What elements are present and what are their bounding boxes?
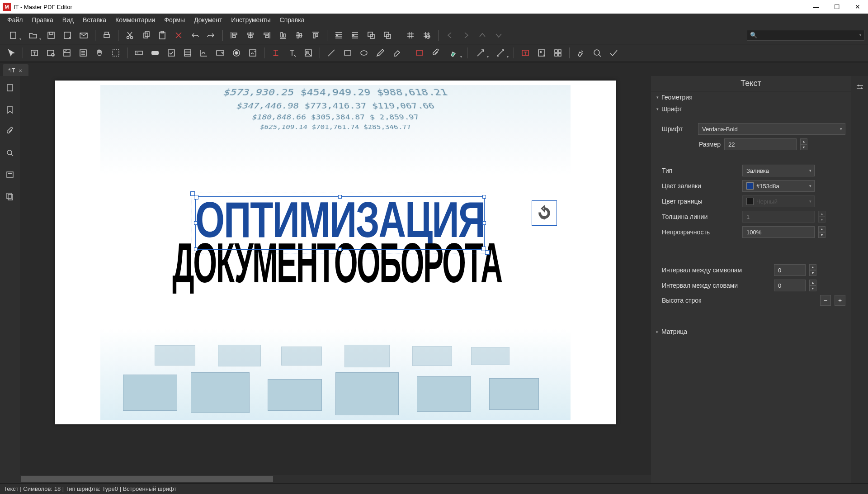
edit-text-tool-icon[interactable] — [27, 46, 42, 60]
zoom-tool-icon[interactable] — [590, 46, 605, 60]
paste-button[interactable] — [155, 28, 170, 43]
close-button[interactable]: ✕ — [847, 0, 868, 14]
highlighter-icon[interactable] — [444, 46, 463, 60]
menu-forms[interactable]: Формы — [160, 14, 189, 25]
measure-icon[interactable] — [491, 46, 510, 60]
marker-icon[interactable] — [573, 46, 589, 60]
line-annot-icon[interactable] — [324, 46, 339, 60]
check-icon[interactable] — [606, 46, 621, 60]
align-right-icon[interactable] — [259, 28, 274, 43]
menu-edit[interactable]: Правка — [27, 14, 57, 25]
size-spinner[interactable]: ▲▼ — [800, 138, 807, 150]
send-back-icon[interactable] — [380, 28, 395, 43]
combobox-form-icon[interactable] — [212, 46, 228, 60]
checkbox-form-icon[interactable] — [164, 46, 179, 60]
charspace-input[interactable]: 0 — [774, 264, 806, 276]
eraser-annot-icon[interactable] — [389, 46, 404, 60]
pdf-page[interactable]: $573,930.25 $454,949.29 $988,618.21 $347… — [55, 81, 616, 424]
up-icon[interactable] — [475, 28, 490, 43]
stamp-icon[interactable] — [534, 46, 549, 60]
maximize-button[interactable]: ☐ — [826, 0, 847, 14]
prev-page-icon[interactable] — [442, 28, 458, 43]
button-form-icon[interactable] — [147, 46, 163, 60]
lineheight-minus-button[interactable]: − — [820, 295, 831, 306]
wordspace-spinner[interactable]: ▲▼ — [809, 280, 816, 291]
thumbnails-icon[interactable] — [3, 81, 17, 95]
section-geometry[interactable]: Геометрия — [651, 91, 851, 103]
hand-tool-icon[interactable] — [92, 46, 107, 60]
font-select[interactable]: Verdana-Bold — [698, 123, 845, 135]
textfield-form-icon[interactable] — [131, 46, 146, 60]
menu-help[interactable]: Справка — [275, 14, 309, 25]
bring-front-icon[interactable] — [363, 28, 379, 43]
horizontal-scrollbar[interactable] — [20, 475, 651, 483]
opacity-spinner[interactable]: ▲▼ — [818, 226, 826, 238]
open-file-button[interactable] — [24, 28, 42, 43]
next-page-icon[interactable] — [458, 28, 474, 43]
align-center-v-icon[interactable] — [292, 28, 307, 43]
rect-highlight-icon[interactable] — [412, 46, 427, 60]
fillcolor-select[interactable]: #153d8a — [742, 180, 815, 192]
pointer-tool-icon[interactable] — [4, 46, 19, 60]
minimize-button[interactable]: — — [806, 0, 826, 14]
layers-icon[interactable] — [3, 189, 17, 204]
delete-button[interactable] — [171, 28, 186, 43]
menu-view[interactable]: Вид — [58, 14, 78, 25]
print-button[interactable] — [99, 28, 114, 43]
document-tab[interactable]: *IT ✕ — [3, 64, 28, 76]
radio-form-icon[interactable] — [229, 46, 244, 60]
section-font[interactable]: Шрифт — [651, 103, 851, 115]
canvas-area[interactable]: $573,930.25 $454,949.29 $988,618.21 $347… — [20, 76, 651, 483]
decrease-indent-icon[interactable] — [331, 28, 346, 43]
grid-icon[interactable] — [403, 28, 418, 43]
highlight-text-icon[interactable] — [268, 46, 283, 60]
ellipse-annot-icon[interactable] — [356, 46, 372, 60]
attachments-icon[interactable] — [3, 124, 17, 138]
save-button[interactable] — [43, 28, 59, 43]
undo-button[interactable] — [187, 28, 203, 43]
insert-image-icon[interactable] — [301, 46, 316, 60]
edit-object-tool-icon[interactable] — [43, 46, 58, 60]
menu-comments[interactable]: Комментарии — [111, 14, 160, 25]
email-button[interactable] — [76, 28, 91, 43]
align-center-h-icon[interactable] — [243, 28, 258, 43]
wordspace-input[interactable]: 0 — [774, 280, 806, 291]
rect-annot-icon[interactable] — [340, 46, 355, 60]
opacity-input[interactable]: 100% — [742, 226, 815, 238]
listbox-form-icon[interactable] — [180, 46, 195, 60]
menu-insert[interactable]: Вставка — [78, 14, 111, 25]
bookmarks-icon[interactable] — [3, 102, 17, 117]
align-top-icon[interactable] — [308, 28, 323, 43]
menu-tools[interactable]: Инструменты — [226, 14, 275, 25]
search-panel-icon[interactable] — [3, 146, 17, 160]
sign-form-icon[interactable] — [245, 46, 260, 60]
lineheight-plus-button[interactable]: + — [835, 295, 845, 306]
align-bottom-icon[interactable] — [275, 28, 291, 43]
snap-grid-icon[interactable] — [419, 28, 434, 43]
insert-text-icon[interactable] — [284, 46, 300, 60]
increase-indent-icon[interactable] — [347, 28, 363, 43]
form-list-tool-icon[interactable] — [75, 46, 91, 60]
comments-panel-icon[interactable] — [3, 167, 17, 182]
search-box[interactable]: 🔍 — [747, 30, 864, 41]
rotate-handle-icon[interactable] — [532, 200, 557, 226]
section-matrix[interactable]: Матрица — [651, 326, 851, 337]
stamps-icon[interactable] — [550, 46, 566, 60]
copy-button[interactable] — [138, 28, 154, 43]
align-left-icon[interactable] — [226, 28, 242, 43]
menu-file[interactable]: Файл — [3, 14, 27, 25]
arrow-annot-icon[interactable] — [471, 46, 490, 60]
filltype-select[interactable]: Заливка — [742, 165, 815, 176]
edit-form-tool-icon[interactable] — [59, 46, 75, 60]
settings-sliders-icon[interactable] — [853, 81, 866, 93]
cut-button[interactable] — [122, 28, 137, 43]
signature-form-icon[interactable] — [196, 46, 212, 60]
new-file-button[interactable] — [4, 28, 23, 43]
size-input[interactable]: 22 — [724, 138, 797, 150]
save-as-button[interactable] — [60, 28, 75, 43]
attachment-icon[interactable] — [428, 46, 443, 60]
charspace-spinner[interactable]: ▲▼ — [809, 264, 816, 276]
down-icon[interactable] — [491, 28, 506, 43]
tab-close-icon[interactable]: ✕ — [19, 68, 22, 73]
select-area-tool-icon[interactable] — [108, 46, 123, 60]
